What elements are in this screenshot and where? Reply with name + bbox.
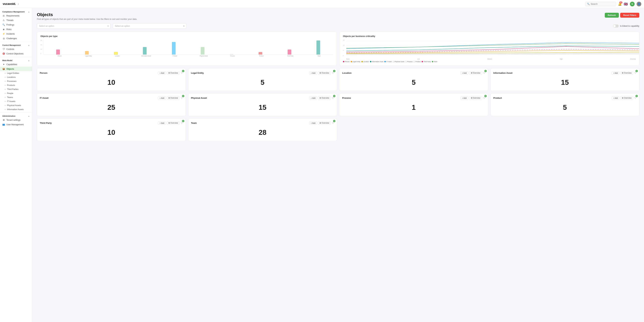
sidebar-sub-products[interactable]: Products xyxy=(0,83,32,87)
toggle-slider xyxy=(613,25,619,28)
physical-assets-label: Physical Assets xyxy=(7,104,21,107)
legend-it-asset: IT Asset xyxy=(384,61,392,63)
sidebar-item-challenges[interactable]: ◎ Challenges xyxy=(0,36,32,41)
sidebar-item-requirements[interactable]: ⚖ Requirements xyxy=(0,14,32,18)
card-process-add-button[interactable]: + Add xyxy=(460,96,468,100)
sidebar-sub-people[interactable]: People xyxy=(0,91,32,95)
card-person-add-button[interactable]: + Add xyxy=(158,71,166,75)
bar-legal-entity-fill xyxy=(85,51,89,55)
sub-dot-processes xyxy=(5,81,6,82)
risks-icon: ◈ xyxy=(2,28,5,31)
line-y-15: 15 xyxy=(343,40,344,41)
card-it-asset-header: IT Asset + Add ⊞ Overview ▽ xyxy=(40,96,183,100)
x-low: Low xyxy=(417,58,420,60)
processes-label: Processes xyxy=(7,80,16,82)
requirements-label: Requirements xyxy=(6,15,20,17)
header-actions: Refresh Reset Filters xyxy=(605,13,639,18)
sidebar-item-findings[interactable]: 🔍 Findings xyxy=(0,23,32,27)
compliance-management-header[interactable]: Compliance Management ▲ xyxy=(0,10,32,14)
card-team-overview-button[interactable]: ⊞ Overview xyxy=(318,121,331,125)
challenges-label: Challenges xyxy=(6,37,17,40)
incidents-label: Incidents xyxy=(6,33,15,35)
search-box[interactable]: 🔍 xyxy=(585,2,616,6)
bar-team xyxy=(304,41,333,55)
sidebar-sub-physical-assets[interactable]: Physical Assets xyxy=(0,103,32,107)
card-legal-entity-overview-button[interactable]: ⊞ Overview xyxy=(318,71,331,75)
topbar-left: vucavoid. ‹ xyxy=(3,2,20,6)
card-product-add-button[interactable]: + Add xyxy=(612,96,619,100)
line-process xyxy=(346,55,639,55)
line-x-labels: None Low Medium High Essential xyxy=(346,58,636,60)
sidebar: Compliance Management ▲ ⚖ Requirements ⚠… xyxy=(0,8,32,322)
search-icon: 🔍 xyxy=(587,3,590,5)
reset-filters-button[interactable]: Reset Filters xyxy=(620,13,639,18)
card-information-asset-add-button[interactable]: + Add xyxy=(612,71,619,75)
meta-model-header[interactable]: Meta Model ▲ xyxy=(0,58,32,62)
sidebar-item-control-objectives[interactable]: 🎯 Control Objectives xyxy=(0,51,32,56)
sidebar-sub-legal-entities[interactable]: Legal Entities xyxy=(0,71,32,75)
refresh-button[interactable]: Refresh xyxy=(605,13,619,18)
sidebar-sub-teams[interactable]: Teams xyxy=(0,95,32,99)
sidebar-sub-locations[interactable]: Locations xyxy=(0,75,32,79)
administration-header[interactable]: Administration ▲ xyxy=(0,114,32,118)
sub-dot-physical-assets xyxy=(5,105,6,106)
card-it-asset-add-button[interactable]: + Add xyxy=(158,96,166,100)
card-information-asset-count: 15 xyxy=(494,77,636,88)
card-process-count: 1 xyxy=(342,102,485,113)
card-team-add-button[interactable]: + Add xyxy=(309,121,317,125)
control-chevron-icon: ▲ xyxy=(28,44,30,46)
sidebar-item-incidents[interactable]: ⚡ Incidents xyxy=(0,32,32,36)
filter-select-1[interactable]: Select an option xyxy=(37,23,111,29)
findings-icon: 🔍 xyxy=(2,24,5,26)
bar-chart-title: Objects per type xyxy=(40,35,333,38)
sidebar-section-metamodel: Meta Model ▲ ✦ Capabilities 📦 Objects Le… xyxy=(0,58,32,112)
card-third-party-overview-button[interactable]: ⊞ Overview xyxy=(167,121,180,125)
card-physical-asset-overview-button[interactable]: ⊞ Overview xyxy=(318,96,331,100)
user-avatar[interactable]: 👤 xyxy=(636,2,641,6)
sidebar-sub-third-parties[interactable]: Third Parties xyxy=(0,87,32,91)
sidebar-sub-it-assets[interactable]: IT Assets xyxy=(0,99,32,103)
sidebar-item-risks[interactable]: ◈ Risks xyxy=(0,27,32,32)
avatar[interactable]: G xyxy=(630,2,634,6)
card-physical-asset-add-button[interactable]: + Add xyxy=(309,96,317,100)
notification-button[interactable]: 🔔 60 xyxy=(618,2,622,6)
legend-square-physical-asset xyxy=(393,61,394,62)
y-label-10: 10 xyxy=(40,49,42,50)
sidebar-item-capabilities[interactable]: ✦ Capabilities xyxy=(0,62,32,67)
tenant-settings-label: Tenant settings xyxy=(6,119,20,121)
card-third-party-add-button[interactable]: + Add xyxy=(158,121,166,125)
sidebar-item-tenant-settings[interactable]: ⊞ Tenant settings xyxy=(0,118,32,122)
x-label-information-asset: Information Asset xyxy=(132,55,160,57)
sub-dot-locations xyxy=(5,77,6,78)
sidebar-sub-processes[interactable]: Processes xyxy=(0,79,32,83)
sidebar-item-objects[interactable]: 📦 Objects xyxy=(0,67,32,71)
x-label-it-asset: IT Asset xyxy=(161,55,189,57)
card-third-party-title: Third Party xyxy=(40,122,52,124)
bar-product-fill xyxy=(258,52,262,55)
language-flag[interactable]: 🇬🇧 xyxy=(624,2,628,6)
card-product-overview-button[interactable]: ⊞ Overview xyxy=(620,96,633,100)
card-legal-entity-add-button[interactable]: + Add xyxy=(309,71,317,75)
sidebar-item-user-management[interactable]: 👥 User Management xyxy=(0,122,32,127)
search-input[interactable] xyxy=(591,3,614,5)
card-person-overview-button[interactable]: ⊞ Overview xyxy=(167,71,180,75)
capability-toggle[interactable] xyxy=(613,25,619,28)
line-y-0: 0 xyxy=(343,55,344,56)
sidebar-item-controls[interactable]: 🛡 Controls xyxy=(0,47,32,51)
control-management-header[interactable]: Control Management ▲ xyxy=(0,43,32,47)
card-process-overview-button[interactable]: ⊞ Overview xyxy=(469,96,482,100)
card-location-add-button[interactable]: + Add xyxy=(460,71,468,75)
products-label: Products xyxy=(7,84,15,87)
card-it-asset-overview-button[interactable]: ⊞ Overview xyxy=(167,96,180,100)
card-team-actions: + Add ⊞ Overview ▽ xyxy=(309,121,334,125)
controls-label: Controls xyxy=(6,48,14,50)
bar-product xyxy=(246,52,275,55)
card-location-overview-button[interactable]: ⊞ Overview xyxy=(469,71,482,75)
card-product: 0 Product + Add ⊞ Overview ▽ 5 xyxy=(490,93,640,116)
sidebar-collapse-button[interactable]: ‹ xyxy=(17,2,20,6)
card-information-asset-overview-button[interactable]: ⊞ Overview xyxy=(620,71,633,75)
filter-select-2[interactable]: Select an option xyxy=(113,23,186,29)
it-assets-label: IT Assets xyxy=(7,100,15,103)
sidebar-item-threats[interactable]: ⚠ Threats xyxy=(0,18,32,23)
sidebar-sub-information-assets[interactable]: Information Assets xyxy=(0,107,32,112)
